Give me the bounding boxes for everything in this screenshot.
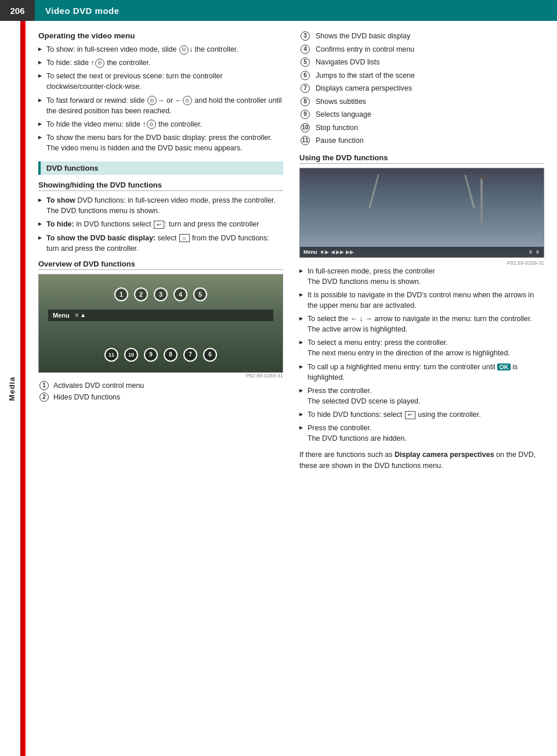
numbered-item-5: 5 Navigates DVD lists (299, 57, 544, 68)
overview-num-1: 1 (114, 287, 128, 301)
overview-num-7: 7 (183, 348, 197, 362)
bullet-label: To hide: (46, 220, 74, 228)
back-icon: ↩ (405, 411, 415, 419)
dvd-functions-bar: DVD functions (38, 161, 283, 175)
item-num: 9 (301, 110, 310, 119)
bullet-item: To hide the video menu: slide ↑⊙ the con… (38, 119, 283, 129)
item-num: 3 (301, 31, 310, 41)
bullet-item: To show the menu bars for the DVD basic … (38, 132, 283, 153)
item-num: 8 (301, 97, 310, 106)
menu-label: Menu (53, 312, 70, 319)
bullet-item: To call up a highlighted menu entry: tur… (299, 362, 544, 383)
image-ref-left: P82.89-0268-31 (38, 373, 283, 379)
numbered-item-3: 3 Shows the DVD basic display (299, 31, 544, 42)
caption-text: Activates DVD control menu (53, 381, 144, 391)
bullet-item: To select the next or previous scene: tu… (38, 71, 283, 92)
item-num: 4 (301, 45, 310, 54)
bullet-item: To fast forward or rewind: slide ⊙→ or ←… (38, 95, 283, 116)
operating-bullets: To show: in full-screen video mode, slid… (38, 44, 283, 153)
bullet-item: Press the controller.The DVD functions a… (299, 423, 544, 444)
sidebar: Media (0, 21, 26, 756)
overview-num-9: 9 (144, 348, 158, 362)
bullet-item: To select a menu entry: press the contro… (299, 337, 544, 358)
overview-num-11: 11 (104, 348, 118, 362)
bullet-item: To hide: in DVD functions select ↩: turn… (38, 219, 283, 229)
caption-item-1: 1 Activates DVD control menu (38, 381, 283, 391)
item-text: Displays camera perspectives (316, 84, 412, 94)
dvd-icons: ■ ▶ ◀ ▶▶ ▶▶ (321, 249, 354, 255)
item-text: Selects language (316, 110, 371, 120)
numbered-item-9: 9 Selects language (299, 110, 544, 120)
item-text: Shows the DVD basic display (316, 31, 410, 42)
bullet-item: To show DVD functions: in full-screen vi… (38, 195, 283, 216)
controller-icon: ⊙ (147, 120, 156, 129)
bullet-item: To show: in full-screen video mode, slid… (38, 44, 283, 55)
numbered-item-10: 10 Stop function (299, 123, 544, 134)
numbered-list: 3 Shows the DVD basic display 4 Confirms… (299, 31, 544, 146)
item-text: Shows subtitles (316, 97, 366, 107)
bullet-label: To show (46, 196, 75, 204)
overview-num-6: 6 (203, 348, 217, 362)
overview-image: 1 2 3 4 5 Menu ≡ ▲ 11 10 (38, 274, 283, 373)
sidebar-red-bar (20, 21, 24, 756)
item-text: Jumps to the start of the scene (316, 71, 415, 81)
caption-list-left: 1 Activates DVD control menu 2 Hides DVD… (38, 381, 283, 403)
bullet-item: To hide: slide ↑⊙ the controller. (38, 57, 283, 68)
item-text: Pause function (316, 136, 364, 146)
menu-arrows: ≡ ▲ (75, 312, 86, 318)
page-layout: Media Operating the video menu To show: … (0, 21, 557, 756)
main-content: Operating the video menu To show: in ful… (26, 21, 557, 756)
item-num: 7 (301, 84, 310, 93)
numbered-item-6: 6 Jumps to the start of the scene (299, 71, 544, 81)
overview-num-2: 2 (134, 287, 148, 301)
showing-hiding-heading: Showing/hiding the DVD functions (38, 181, 283, 191)
item-num: 6 (301, 71, 310, 80)
overview-num-4: 4 (173, 287, 187, 301)
numbered-item-8: 8 Shows subtitles (299, 97, 544, 107)
right-column: 3 Shows the DVD basic display 4 Confirms… (299, 31, 544, 471)
bullet-item: It is possible to navigate in the DVD's … (299, 290, 544, 311)
dvd-scene-image: Menu ■ ▶ ◀ ▶▶ ▶▶ ⏸ ⏸ (299, 168, 544, 258)
dvd-pause-icons: ⏸ ⏸ (528, 249, 540, 255)
caption-text: Hides DVD functions (53, 393, 120, 403)
back-icon: ↩ (154, 221, 164, 229)
item-num: 10 (301, 123, 310, 132)
sidebar-label: Media (8, 376, 16, 401)
ok-highlight: OK (497, 363, 511, 370)
using-heading: Using the DVD functions (299, 153, 544, 164)
image-ref-right: P82.89-0269-31 (299, 260, 544, 266)
showing-hiding-bullets: To show DVD functions: in full-screen vi… (38, 195, 283, 254)
item-num: 11 (301, 136, 310, 145)
item-text: Stop function (316, 123, 358, 134)
controller-icon: ⊙ (147, 96, 157, 105)
operating-heading: Operating the video menu (38, 31, 283, 40)
bullet-label: To show the DVD basic display: (46, 234, 155, 242)
item-num: 5 (301, 57, 310, 67)
page-title: Video DVD mode (35, 6, 120, 16)
menu-text: Menu (303, 249, 317, 255)
overview-heading: Overview of DVD functions (38, 260, 283, 270)
numbered-item-7: 7 Displays camera perspectives (299, 84, 544, 94)
bullet-item: To show the DVD basic display: select ⌂ … (38, 233, 283, 254)
controller-icon: ⊙ (183, 96, 192, 105)
numbered-item-11: 11 Pause function (299, 136, 544, 146)
using-bullets: In full-screen mode, press the controlle… (299, 266, 544, 444)
page-number: 206 (0, 0, 35, 21)
left-column: Operating the video menu To show: in ful… (38, 31, 283, 471)
overview-num-8: 8 (164, 348, 178, 362)
bullet-item: Press the controller.The selected DVD sc… (299, 386, 544, 406)
overview-num-3: 3 (154, 287, 168, 301)
overview-menu-bar: Menu ≡ ▲ (48, 309, 273, 321)
bullet-item: To hide DVD functions: select ↩ using th… (299, 409, 544, 420)
caption-item-2: 2 Hides DVD functions (38, 393, 283, 403)
item-text: Confirms entry in control menu (316, 45, 414, 55)
display-camera-bold: Display camera perspectives (395, 451, 494, 459)
header-bar: 206 Video DVD mode (0, 0, 557, 21)
dvd-control-bar: Menu ■ ▶ ◀ ▶▶ ▶▶ ⏸ ⏸ (300, 247, 544, 257)
caption-num: 2 (39, 393, 49, 402)
two-column-layout: Operating the video menu To show: in ful… (38, 31, 544, 471)
caption-num: 1 (39, 381, 49, 390)
overview-num-5: 5 (193, 287, 207, 301)
numbered-item-4: 4 Confirms entry in control menu (299, 45, 544, 55)
bullet-item: To select the ← ↓ → arrow to navigate in… (299, 314, 544, 334)
